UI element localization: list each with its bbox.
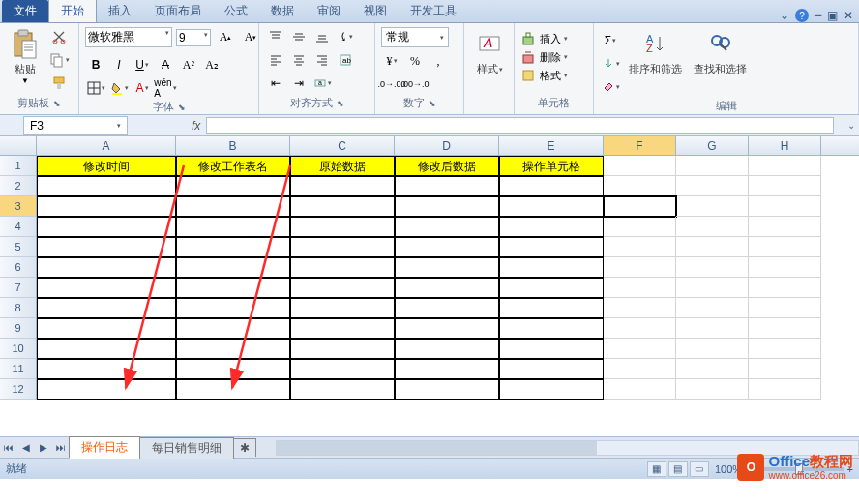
cell-F12[interactable]: [604, 379, 676, 400]
autosum-button[interactable]: Σ▾: [600, 31, 621, 50]
cell-C5[interactable]: [290, 237, 395, 257]
cell-E12[interactable]: [499, 379, 604, 400]
zoom-out-button[interactable]: −: [746, 463, 752, 475]
increase-indent-button[interactable]: ⇥: [288, 74, 310, 93]
cell-A4[interactable]: [37, 217, 176, 237]
cell-C4[interactable]: [290, 217, 395, 237]
cell-B8[interactable]: [176, 298, 290, 318]
cell-F7[interactable]: [604, 278, 676, 298]
tab-formulas[interactable]: 公式: [213, 0, 259, 22]
cell-D7[interactable]: [395, 278, 499, 298]
cell-H5[interactable]: [749, 237, 821, 257]
row-header-3[interactable]: 3: [0, 196, 37, 217]
cell-E11[interactable]: [499, 359, 604, 379]
italic-button[interactable]: I: [108, 55, 130, 74]
cell-C2[interactable]: [290, 176, 395, 196]
align-left-button[interactable]: [265, 50, 286, 70]
find-select-button[interactable]: 查找和选择: [690, 27, 751, 78]
cell-G5[interactable]: [676, 237, 749, 257]
decrease-font-button[interactable]: A▾: [240, 28, 261, 47]
wrap-text-button[interactable]: ab: [335, 50, 356, 70]
cell-B12[interactable]: [176, 379, 290, 400]
name-box[interactable]: F3▾: [23, 116, 128, 135]
zoom-in-button[interactable]: +: [847, 463, 853, 475]
decrease-decimal-button[interactable]: .00→.0: [404, 74, 426, 94]
row-header-2[interactable]: 2: [0, 176, 37, 196]
formula-input[interactable]: [206, 117, 834, 134]
cell-A7[interactable]: [37, 278, 176, 298]
cell-B10[interactable]: [176, 339, 290, 359]
font-name-select[interactable]: 微软雅黑 ▾: [85, 27, 172, 47]
comma-button[interactable]: ,: [428, 51, 449, 71]
row-header-6[interactable]: 6: [0, 257, 37, 278]
sheet-tab-active[interactable]: 操作日志: [69, 436, 140, 459]
col-header-H[interactable]: H: [749, 136, 821, 155]
col-header-B[interactable]: B: [176, 136, 290, 155]
cell-A1[interactable]: 修改时间: [37, 156, 176, 176]
sheet-nav-last[interactable]: ⏭: [52, 439, 70, 457]
align-center-button[interactable]: [288, 50, 310, 70]
cell-D4[interactable]: [395, 217, 499, 237]
cell-D10[interactable]: [395, 339, 499, 359]
cell-F2[interactable]: [604, 176, 676, 196]
copy-button[interactable]: ▾: [48, 50, 70, 70]
cell-G11[interactable]: [676, 359, 749, 379]
cut-button[interactable]: [48, 27, 70, 46]
cell-G2[interactable]: [676, 176, 749, 196]
percent-button[interactable]: %: [404, 51, 426, 71]
cell-F11[interactable]: [604, 359, 676, 379]
cell-F3[interactable]: [604, 196, 676, 217]
border-button[interactable]: ▾: [85, 78, 106, 98]
cell-F1[interactable]: [604, 156, 676, 176]
number-format-select[interactable]: 常规▾: [381, 27, 449, 47]
cell-G4[interactable]: [676, 217, 749, 237]
cell-F4[interactable]: [604, 217, 676, 237]
insert-cells-button[interactable]: 插入▾: [520, 31, 568, 46]
cell-D6[interactable]: [395, 257, 499, 278]
cell-B3[interactable]: [176, 196, 290, 217]
minimize-ribbon-icon[interactable]: ⌄: [780, 9, 789, 22]
zoom-level[interactable]: 100%: [715, 463, 742, 475]
tab-home[interactable]: 开始: [48, 0, 97, 22]
cell-G12[interactable]: [676, 379, 749, 400]
row-header-10[interactable]: 10: [0, 339, 37, 359]
cell-A5[interactable]: [37, 237, 176, 257]
font-size-select[interactable]: 9 ▾: [176, 29, 211, 46]
col-header-G[interactable]: G: [676, 136, 749, 155]
row-header-8[interactable]: 8: [0, 298, 37, 318]
row-header-12[interactable]: 12: [0, 379, 37, 400]
tab-layout[interactable]: 页面布局: [143, 0, 213, 22]
cell-C10[interactable]: [290, 339, 395, 359]
cell-G9[interactable]: [676, 318, 749, 339]
help-icon[interactable]: ?: [795, 9, 809, 22]
cell-B9[interactable]: [176, 318, 290, 339]
col-header-E[interactable]: E: [499, 136, 604, 155]
paste-button[interactable]: 粘贴 ▼: [6, 27, 44, 87]
bold-button[interactable]: B: [85, 55, 106, 74]
clear-button[interactable]: ▾: [600, 77, 621, 97]
cell-H2[interactable]: [749, 176, 821, 196]
cell-A9[interactable]: [37, 318, 176, 339]
cell-E2[interactable]: [499, 176, 604, 196]
cell-E6[interactable]: [499, 257, 604, 278]
sheet-tab-new[interactable]: ✱: [233, 438, 256, 457]
cell-C9[interactable]: [290, 318, 395, 339]
cell-F5[interactable]: [604, 237, 676, 257]
cell-D1[interactable]: 修改后数据: [395, 156, 499, 176]
cell-E9[interactable]: [499, 318, 604, 339]
tab-review[interactable]: 审阅: [306, 0, 352, 22]
cell-D11[interactable]: [395, 359, 499, 379]
merge-cells-button[interactable]: a▾: [311, 74, 333, 93]
cell-H10[interactable]: [749, 339, 821, 359]
cell-A6[interactable]: [37, 257, 176, 278]
cell-C8[interactable]: [290, 298, 395, 318]
row-header-5[interactable]: 5: [0, 237, 37, 257]
view-page-layout-button[interactable]: ▤: [668, 461, 688, 477]
view-normal-button[interactable]: ▦: [647, 461, 666, 477]
cell-C12[interactable]: [290, 379, 395, 400]
cell-H11[interactable]: [749, 359, 821, 379]
cell-H1[interactable]: [749, 156, 821, 176]
increase-font-button[interactable]: A▴: [215, 28, 236, 47]
currency-button[interactable]: ¥▾: [381, 51, 402, 71]
cell-G8[interactable]: [676, 298, 749, 318]
